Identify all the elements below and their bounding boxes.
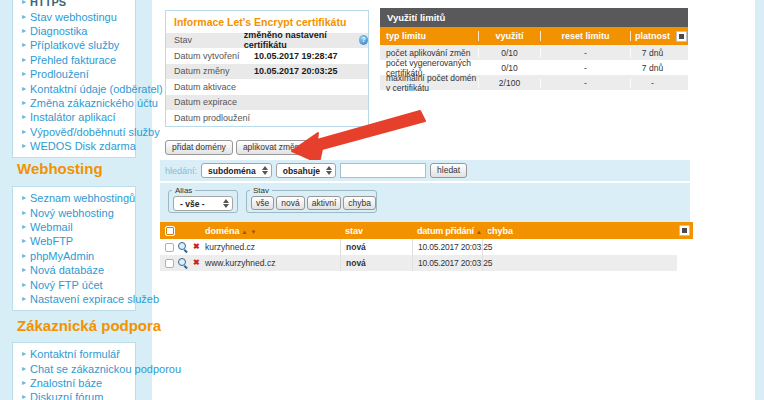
info-row-zmeny: Datum změny 10.05.2017 20:03:25 <box>166 64 368 80</box>
chevron-right-icon: ▸ <box>22 223 26 231</box>
column-header-error[interactable]: chyba <box>482 226 583 236</box>
page: ▸HTTPS ▸Stav webhostingu ▸Diagnostika ▸P… <box>0 0 764 400</box>
search-operator-select[interactable]: obsahuje <box>276 163 336 178</box>
filter-bar: Alias - vše - Stav vše nová aktivní chyb… <box>160 183 690 222</box>
status-cell: nová <box>340 239 412 255</box>
chevron-right-icon: ▸ <box>22 266 26 274</box>
info-row-prodlouzeni: Datum prodloužení <box>166 111 368 127</box>
row-checkbox[interactable] <box>165 259 174 268</box>
add-domains-button[interactable]: přidat domény <box>165 140 233 155</box>
magnifier-icon[interactable] <box>178 258 189 269</box>
info-row-stav: Stav změněno nastavení certifikátu? <box>166 33 368 49</box>
limits-usage-table: Využití limitů typ limitu využití reset … <box>380 8 688 90</box>
delete-icon[interactable]: ✖ <box>193 243 200 251</box>
column-header-domain[interactable]: doména <box>205 226 240 236</box>
magnifier-icon[interactable] <box>178 242 189 253</box>
select-all-checkbox[interactable] <box>165 226 175 236</box>
chevron-right-icon: ▸ <box>22 56 26 64</box>
domains-table-header: doména▲▼ stav datum přidání▲▼ chyba <box>160 222 693 239</box>
chevron-right-icon: ▸ <box>22 27 26 35</box>
chevron-right-icon: ▸ <box>22 379 26 387</box>
sidebar-item-novy-webhosting[interactable]: ▸Nový webhosting <box>22 205 135 219</box>
sidebar-item-nova-databaze[interactable]: ▸Nová databáze <box>22 263 135 277</box>
select-arrows-icon <box>326 166 332 175</box>
chevron-right-icon: ▸ <box>22 194 26 202</box>
collapse-icon[interactable] <box>676 31 687 42</box>
column-header-status[interactable]: stav <box>340 226 412 236</box>
added-date-cell: 10.05.2017 20:03:25 <box>412 255 482 271</box>
sidebar-section-webhosting: ▸Seznam webhostingů ▸Nový webhosting ▸We… <box>12 186 136 311</box>
apply-changes-button[interactable]: aplikovat změny <box>236 140 311 155</box>
sidebar-item-webftp[interactable]: ▸WebFTP <box>22 234 135 248</box>
info-row-aktivace: Datum aktivace <box>166 80 368 96</box>
certificate-status-value: změněno nastavení certifikátu <box>244 30 356 50</box>
chevron-right-icon: ▸ <box>22 85 26 93</box>
added-date-cell: 10.05.2017 20:03:25 <box>412 239 482 255</box>
alias-filter-select[interactable]: - vše - <box>173 196 233 211</box>
changed-date-value: 10.05.2017 20:03:25 <box>254 66 338 76</box>
delete-icon[interactable]: ✖ <box>193 259 200 267</box>
sidebar-item-phpmyadmin[interactable]: ▸phpMyAdmin <box>22 249 135 263</box>
sidebar-item-diskuzni-forum[interactable]: ▸Diskuzní fórum <box>22 390 135 400</box>
sidebar-heading-podpora: Zákaznická podpora <box>17 317 161 334</box>
chevron-right-icon: ▸ <box>22 350 26 358</box>
chevron-right-icon: ▸ <box>22 393 26 400</box>
status-filter-new-button[interactable]: nová <box>276 196 304 210</box>
search-input[interactable] <box>340 163 426 178</box>
chevron-right-icon: ▸ <box>22 142 26 150</box>
sidebar-item-seznam-webhostingu[interactable]: ▸Seznam webhostingů <box>22 191 135 205</box>
column-header-added[interactable]: datum přidání <box>417 226 474 236</box>
chevron-right-icon: ▸ <box>22 295 26 303</box>
status-cell: nová <box>340 255 412 271</box>
limits-header-row: typ limitu využití reset limitu platnost <box>380 27 688 45</box>
alias-filter-legend: Alias <box>172 186 195 195</box>
search-label: hledání: <box>165 166 197 176</box>
limits-row: maximální počet domén v certifikátu 2/10… <box>380 75 688 90</box>
chevron-right-icon: ▸ <box>22 209 26 217</box>
sort-asc-icon[interactable]: ▲ <box>242 229 249 235</box>
sidebar-heading-webhosting: Webhosting <box>17 160 103 177</box>
sidebar-item-instalator-aplikaci[interactable]: ▸Instalátor aplikací <box>22 110 135 124</box>
sidebar-item-zmena-uctu[interactable]: ▸Změna zákaznického účtu <box>22 96 135 110</box>
chevron-right-icon: ▸ <box>22 0 26 6</box>
chevron-right-icon: ▸ <box>22 99 26 107</box>
sidebar-item-priplatkove-sluzby[interactable]: ▸Příplatkové služby <box>22 38 135 52</box>
sidebar-item-stav-webhostingu[interactable]: ▸Stav webhostingu <box>22 9 135 23</box>
search-bar: hledání: subdoména obsahuje hledat <box>160 160 690 181</box>
search-field-select[interactable]: subdoména <box>201 163 272 178</box>
status-filter-active-button[interactable]: aktivní <box>307 196 342 210</box>
chevron-right-icon: ▸ <box>22 252 26 260</box>
sidebar-item-https[interactable]: ▸HTTPS <box>22 0 135 9</box>
chevron-right-icon: ▸ <box>22 365 26 373</box>
sidebar-item-prodlouzeni[interactable]: ▸Prodloužení <box>22 67 135 81</box>
info-row-expirace: Datum expirace <box>166 95 368 111</box>
sidebar-item-prehled-fakturace[interactable]: ▸Přehled fakturace <box>22 53 135 67</box>
help-icon[interactable]: ? <box>359 35 368 45</box>
sidebar-item-nastaveni-expirace[interactable]: ▸Nastavení expirace služeb <box>22 292 135 306</box>
sidebar-item-diagnostika[interactable]: ▸Diagnostika <box>22 24 135 38</box>
table-row: ✖ www.kurzyhned.cz nová 10.05.2017 20:03… <box>160 255 677 271</box>
status-filter-all-button[interactable]: vše <box>251 196 274 210</box>
sidebar-section-podpora: ▸Kontaktní formulář ▸Chat se zákaznickou… <box>12 342 136 400</box>
limits-table-title: Využití limitů <box>380 8 688 27</box>
chevron-right-icon: ▸ <box>22 70 26 78</box>
select-arrows-icon <box>262 166 268 175</box>
status-filter-error-button[interactable]: chyba <box>343 196 376 210</box>
sort-desc-icon[interactable]: ▼ <box>250 229 257 235</box>
sidebar-item-chat-podpora[interactable]: ▸Chat se zákaznickou podporou <box>22 361 135 375</box>
sidebar-item-webmail[interactable]: ▸Webmail <box>22 220 135 234</box>
chevron-right-icon: ▸ <box>22 113 26 121</box>
sidebar-item-novy-ftp-ucet[interactable]: ▸Nový FTP účet <box>22 277 135 291</box>
sidebar-section-https: ▸HTTPS ▸Stav webhostingu ▸Diagnostika ▸P… <box>12 0 136 158</box>
row-checkbox[interactable] <box>165 243 174 252</box>
sidebar-item-kontaktni-udaje[interactable]: ▸Kontaktní údaje (odběratel) <box>22 81 135 95</box>
sidebar-item-znalostni-baze[interactable]: ▸Znalostní báze <box>22 376 135 390</box>
domain-cell: kurzyhned.cz <box>205 242 340 252</box>
sidebar-item-vypoved[interactable]: ▸Výpověď/doběhnutí služby <box>22 125 135 139</box>
status-filter-legend: Stav <box>250 186 272 195</box>
chevron-right-icon: ▸ <box>22 128 26 136</box>
search-button[interactable]: hledat <box>430 163 467 178</box>
sidebar-item-kontaktni-formular[interactable]: ▸Kontaktní formulář <box>22 347 135 361</box>
sidebar-item-wedos-disk[interactable]: ▸WEDOS Disk zdarma <box>22 139 135 153</box>
collapse-icon[interactable] <box>679 225 690 236</box>
